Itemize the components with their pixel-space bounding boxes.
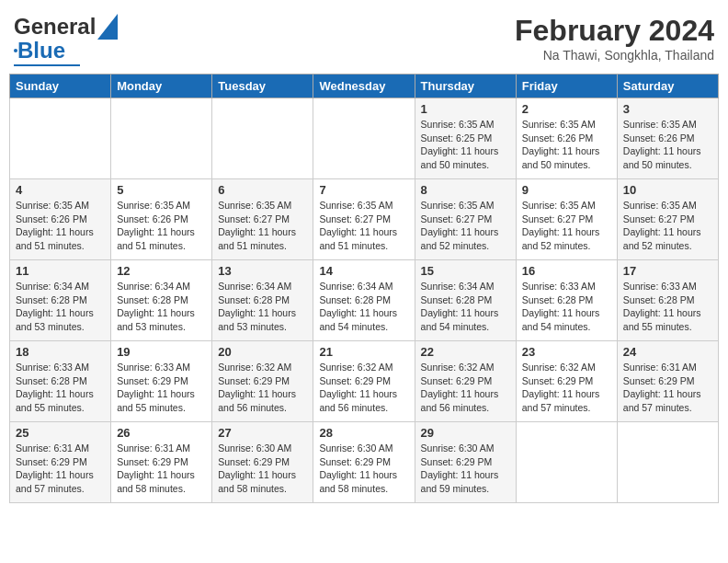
day-info: Sunrise: 6:30 AM Sunset: 6:29 PM Dayligh… — [319, 442, 408, 496]
day-info: Sunrise: 6:32 AM Sunset: 6:29 PM Dayligh… — [319, 361, 408, 415]
day-cell: 20Sunrise: 6:32 AM Sunset: 6:29 PM Dayli… — [212, 341, 313, 422]
day-cell: 22Sunrise: 6:32 AM Sunset: 6:29 PM Dayli… — [415, 341, 516, 422]
day-cell: 2Sunrise: 6:35 AM Sunset: 6:26 PM Daylig… — [516, 98, 617, 179]
day-info: Sunrise: 6:33 AM Sunset: 6:28 PM Dayligh… — [16, 361, 105, 415]
day-number: 1 — [421, 102, 510, 116]
day-number: 15 — [421, 264, 510, 278]
day-number: 18 — [16, 345, 105, 359]
day-cell — [617, 422, 718, 503]
day-info: Sunrise: 6:35 AM Sunset: 6:27 PM Dayligh… — [421, 199, 510, 253]
day-cell: 15Sunrise: 6:34 AM Sunset: 6:28 PM Dayli… — [415, 260, 516, 341]
day-cell — [212, 98, 313, 179]
day-cell — [516, 422, 617, 503]
day-number: 5 — [117, 183, 206, 197]
day-info: Sunrise: 6:35 AM Sunset: 6:26 PM Dayligh… — [16, 199, 105, 253]
col-header-friday: Friday — [516, 75, 617, 98]
calendar-table: SundayMondayTuesdayWednesdayThursdayFrid… — [9, 74, 719, 503]
col-header-tuesday: Tuesday — [212, 75, 313, 98]
logo-icon — [97, 14, 118, 40]
day-cell: 4Sunrise: 6:35 AM Sunset: 6:26 PM Daylig… — [10, 179, 111, 260]
day-cell: 28Sunrise: 6:30 AM Sunset: 6:29 PM Dayli… — [313, 422, 415, 503]
day-info: Sunrise: 6:35 AM Sunset: 6:27 PM Dayligh… — [319, 199, 408, 253]
day-number: 2 — [522, 102, 611, 116]
day-info: Sunrise: 6:35 AM Sunset: 6:26 PM Dayligh… — [623, 118, 712, 172]
day-cell: 25Sunrise: 6:31 AM Sunset: 6:29 PM Dayli… — [10, 422, 111, 503]
day-cell: 26Sunrise: 6:31 AM Sunset: 6:29 PM Dayli… — [111, 422, 212, 503]
week-row-3: 11Sunrise: 6:34 AM Sunset: 6:28 PM Dayli… — [10, 260, 719, 341]
day-number: 29 — [421, 426, 510, 440]
day-cell: 12Sunrise: 6:34 AM Sunset: 6:28 PM Dayli… — [111, 260, 212, 341]
col-header-sunday: Sunday — [10, 75, 111, 98]
title-area: February 2024 Na Thawi, Songkhla, Thaila… — [515, 14, 714, 63]
day-number: 7 — [319, 183, 408, 197]
day-number: 8 — [421, 183, 510, 197]
day-number: 3 — [623, 102, 712, 116]
day-cell: 5Sunrise: 6:35 AM Sunset: 6:26 PM Daylig… — [111, 179, 212, 260]
week-row-1: 1Sunrise: 6:35 AM Sunset: 6:25 PM Daylig… — [10, 98, 719, 179]
day-info: Sunrise: 6:35 AM Sunset: 6:25 PM Dayligh… — [421, 118, 510, 172]
day-info: Sunrise: 6:31 AM Sunset: 6:29 PM Dayligh… — [117, 442, 206, 496]
day-cell: 11Sunrise: 6:34 AM Sunset: 6:28 PM Dayli… — [10, 260, 111, 341]
day-cell: 8Sunrise: 6:35 AM Sunset: 6:27 PM Daylig… — [415, 179, 516, 260]
day-cell — [10, 98, 111, 179]
day-info: Sunrise: 6:30 AM Sunset: 6:29 PM Dayligh… — [421, 442, 510, 496]
day-info: Sunrise: 6:33 AM Sunset: 6:29 PM Dayligh… — [117, 361, 206, 415]
week-row-4: 18Sunrise: 6:33 AM Sunset: 6:28 PM Dayli… — [10, 341, 719, 422]
day-number: 12 — [117, 264, 206, 278]
day-number: 28 — [319, 426, 408, 440]
day-number: 14 — [319, 264, 408, 278]
day-number: 25 — [16, 426, 105, 440]
day-cell: 1Sunrise: 6:35 AM Sunset: 6:25 PM Daylig… — [415, 98, 516, 179]
day-cell: 21Sunrise: 6:32 AM Sunset: 6:29 PM Dayli… — [313, 341, 415, 422]
logo-general: General — [14, 14, 96, 40]
day-cell: 18Sunrise: 6:33 AM Sunset: 6:28 PM Dayli… — [10, 341, 111, 422]
logo: General Blue — [14, 14, 118, 66]
day-number: 27 — [218, 426, 307, 440]
col-header-thursday: Thursday — [415, 75, 516, 98]
day-cell: 9Sunrise: 6:35 AM Sunset: 6:27 PM Daylig… — [516, 179, 617, 260]
day-info: Sunrise: 6:34 AM Sunset: 6:28 PM Dayligh… — [421, 280, 510, 334]
day-cell: 6Sunrise: 6:35 AM Sunset: 6:27 PM Daylig… — [212, 179, 313, 260]
day-cell: 24Sunrise: 6:31 AM Sunset: 6:29 PM Dayli… — [617, 341, 718, 422]
svg-marker-0 — [97, 14, 118, 40]
header: General Blue February 2024 Na Thawi, Son… — [9, 9, 719, 66]
day-info: Sunrise: 6:32 AM Sunset: 6:29 PM Dayligh… — [218, 361, 307, 415]
day-cell: 7Sunrise: 6:35 AM Sunset: 6:27 PM Daylig… — [313, 179, 415, 260]
header-row: SundayMondayTuesdayWednesdayThursdayFrid… — [10, 75, 719, 98]
day-number: 11 — [16, 264, 105, 278]
col-header-saturday: Saturday — [617, 75, 718, 98]
day-number: 23 — [522, 345, 611, 359]
day-number: 16 — [522, 264, 611, 278]
day-info: Sunrise: 6:32 AM Sunset: 6:29 PM Dayligh… — [522, 361, 611, 415]
day-info: Sunrise: 6:34 AM Sunset: 6:28 PM Dayligh… — [218, 280, 307, 334]
location: Na Thawi, Songkhla, Thailand — [515, 48, 714, 63]
day-info: Sunrise: 6:31 AM Sunset: 6:29 PM Dayligh… — [623, 361, 712, 415]
day-info: Sunrise: 6:34 AM Sunset: 6:28 PM Dayligh… — [319, 280, 408, 334]
week-row-2: 4Sunrise: 6:35 AM Sunset: 6:26 PM Daylig… — [10, 179, 719, 260]
day-number: 6 — [218, 183, 307, 197]
day-info: Sunrise: 6:35 AM Sunset: 6:27 PM Dayligh… — [623, 199, 712, 253]
week-row-5: 25Sunrise: 6:31 AM Sunset: 6:29 PM Dayli… — [10, 422, 719, 503]
day-info: Sunrise: 6:32 AM Sunset: 6:29 PM Dayligh… — [421, 361, 510, 415]
col-header-monday: Monday — [111, 75, 212, 98]
col-header-wednesday: Wednesday — [313, 75, 415, 98]
day-cell — [313, 98, 415, 179]
day-number: 24 — [623, 345, 712, 359]
day-info: Sunrise: 6:33 AM Sunset: 6:28 PM Dayligh… — [522, 280, 611, 334]
day-info: Sunrise: 6:31 AM Sunset: 6:29 PM Dayligh… — [16, 442, 105, 496]
day-cell: 16Sunrise: 6:33 AM Sunset: 6:28 PM Dayli… — [516, 260, 617, 341]
day-number: 17 — [623, 264, 712, 278]
day-cell: 23Sunrise: 6:32 AM Sunset: 6:29 PM Dayli… — [516, 341, 617, 422]
day-info: Sunrise: 6:34 AM Sunset: 6:28 PM Dayligh… — [117, 280, 206, 334]
day-number: 20 — [218, 345, 307, 359]
day-number: 26 — [117, 426, 206, 440]
day-number: 10 — [623, 183, 712, 197]
day-cell: 27Sunrise: 6:30 AM Sunset: 6:29 PM Dayli… — [212, 422, 313, 503]
day-number: 9 — [522, 183, 611, 197]
day-number: 19 — [117, 345, 206, 359]
day-info: Sunrise: 6:35 AM Sunset: 6:27 PM Dayligh… — [218, 199, 307, 253]
day-info: Sunrise: 6:34 AM Sunset: 6:28 PM Dayligh… — [16, 280, 105, 334]
day-info: Sunrise: 6:35 AM Sunset: 6:26 PM Dayligh… — [117, 199, 206, 253]
day-number: 13 — [218, 264, 307, 278]
day-cell: 10Sunrise: 6:35 AM Sunset: 6:27 PM Dayli… — [617, 179, 718, 260]
